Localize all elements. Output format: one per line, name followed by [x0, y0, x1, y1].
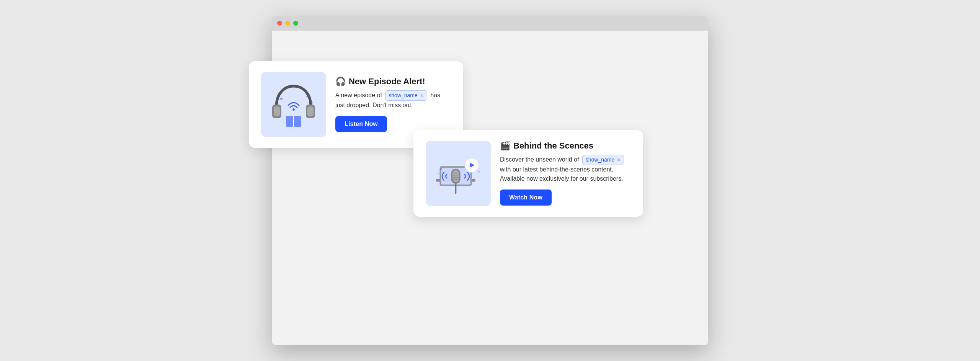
browser-window: 🎧 New Episode Alert! A new episode of sh…	[272, 16, 708, 345]
watch-now-button[interactable]: Watch Now	[500, 189, 552, 206]
episode-card-image	[261, 72, 326, 137]
svg-rect-15	[452, 170, 459, 182]
episode-show-tag[interactable]: show_name ✕	[385, 90, 427, 101]
svg-point-22	[440, 168, 442, 170]
close-button[interactable]	[277, 21, 282, 26]
svg-point-6	[292, 108, 295, 111]
episode-card-description: A new episode of show_name ✕ has just dr…	[335, 90, 451, 110]
svg-point-9	[311, 101, 313, 103]
svg-rect-1	[274, 106, 280, 116]
browser-titlebar	[272, 16, 708, 31]
browser-body: 🎧 New Episode Alert! A new episode of sh…	[272, 31, 708, 345]
svg-point-23	[478, 171, 480, 173]
behind-scenes-show-tag[interactable]: show_name ✕	[582, 155, 624, 165]
behind-scenes-card: 🎬 Behind the Scences Discover the unseen…	[413, 130, 643, 217]
episode-tag-close-icon[interactable]: ✕	[420, 93, 424, 98]
maximize-button[interactable]	[293, 21, 298, 26]
svg-point-7	[280, 98, 283, 100]
headphone-icon: 🎧	[335, 77, 346, 86]
behind-scenes-card-content: 🎬 Behind the Scences Discover the unseen…	[500, 141, 631, 206]
svg-point-8	[306, 96, 308, 98]
svg-point-24	[438, 173, 439, 174]
clapperboard-icon: 🎬	[500, 142, 510, 150]
behind-scenes-card-description: Discover the unseen world of show_name ✕…	[500, 155, 631, 183]
episode-card-content: 🎧 New Episode Alert! A new episode of sh…	[335, 77, 451, 132]
behind-scenes-tag-close-icon[interactable]: ✕	[617, 158, 621, 162]
svg-rect-3	[307, 106, 314, 116]
behind-scenes-card-image	[426, 141, 491, 206]
listen-now-button[interactable]: Listen Now	[335, 116, 387, 132]
minimize-button[interactable]	[285, 21, 290, 26]
episode-card-title: 🎧 New Episode Alert!	[335, 77, 451, 87]
behind-scenes-card-title: 🎬 Behind the Scences	[500, 141, 631, 151]
